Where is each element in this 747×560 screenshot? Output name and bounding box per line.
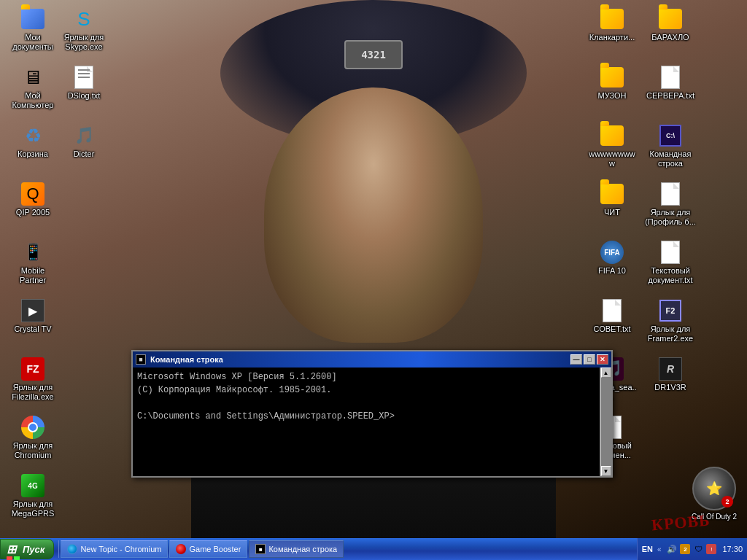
cmd-line1: Microsoft Windows XP [Версия 5.1.2600]	[137, 370, 595, 384]
cmd-window: ■ Командная строка — □ ✕ Microsoft Windo…	[131, 350, 613, 478]
desktop-icon-profil[interactable]: Ярлык для(Профиль б...	[645, 182, 696, 227]
cmd-restore-button[interactable]: □	[584, 354, 595, 365]
folder-icon-chit	[600, 182, 624, 206]
dicter-icon: 🎵	[72, 124, 96, 147]
cmd-text-area[interactable]: Microsoft Windows XP [Версия 5.1.2600] (…	[133, 368, 600, 476]
tray-icon-speaker[interactable]: 🔊	[667, 544, 677, 554]
scroll-up-arrow[interactable]: ▲	[601, 368, 611, 378]
folder-icon-klankarti	[600, 7, 624, 31]
document-icon	[72, 66, 96, 89]
tray-icon-antivirus[interactable]: 🛡	[693, 544, 703, 554]
desktop: Моидокументы S Ярлык дляSkype.exe 🖥 МойК…	[0, 0, 747, 560]
document-icon-sovet	[600, 299, 624, 322]
chromium-icon	[21, 416, 44, 439]
tray-lang: EN	[642, 545, 653, 553]
dr1v3r-icon: R	[659, 357, 682, 381]
document-icon-textdoc	[659, 241, 682, 264]
taskbar-items: New Topic - Chromium Game Booster ■ Кома…	[61, 538, 636, 560]
filezilla-icon: FZ	[21, 357, 44, 381]
desktop-icon-servera[interactable]: СЕРВЕРА.txt	[645, 66, 696, 101]
cod2-icon: ⭐ 2	[692, 467, 736, 510]
desktop-icon-cmd-shortcut[interactable]: C:\ Команднаястрока	[645, 124, 696, 168]
scroll-track[interactable]	[601, 378, 611, 466]
start-button[interactable]: Пуск	[0, 539, 54, 559]
mobile-icon: 📱	[21, 241, 44, 264]
taskbar-item-chromium-label: New Topic - Chromium	[80, 545, 161, 553]
framer2-icon: F2	[659, 299, 682, 322]
chromium-taskbar-icon	[67, 544, 77, 554]
blood-overlay: КРОВЬ	[651, 511, 711, 535]
desktop-icon-my-docs[interactable]: Моидокументы	[7, 7, 58, 52]
desktop-icon-dicter[interactable]: 🎵 Dicter	[58, 124, 109, 159]
start-label: Пуск	[23, 544, 44, 555]
desktop-icon-my-computer[interactable]: 🖥 МойКомпьютер	[7, 66, 58, 110]
tray-arrows: «	[657, 545, 662, 553]
taskbar-item-gamebooster[interactable]: Game Booster	[169, 540, 247, 558]
desktop-icon-megagprs[interactable]: 4G Ярлык дляMegaGPRS	[7, 474, 58, 518]
megagprs-icon: 4G	[21, 474, 44, 497]
document-icon-servera	[659, 66, 682, 89]
cmd-scrollbar[interactable]: ▲ ▼	[600, 368, 611, 476]
desktop-icon-recycle[interactable]: ♻ Корзина	[7, 124, 58, 159]
desktop-icon-sovet[interactable]: СОВЕТ.txt	[587, 299, 638, 334]
cmd-line2: (С) Корпорация Майкрософт. 1985-2001.	[137, 384, 595, 397]
taskbar-item-cmd[interactable]: ■ Командная строка	[249, 540, 344, 558]
cmd-line3	[137, 397, 595, 410]
desktop-icon-crystal-tv[interactable]: ▶ Crystal TV	[7, 299, 58, 334]
taskbar-separator	[58, 540, 59, 558]
desktop-icon-wwwww[interactable]: wwwwwwwww	[587, 124, 638, 168]
cmd-title-text: Командная строка	[150, 355, 223, 364]
folder-icon-wwwww	[600, 124, 624, 147]
desktop-icon-qip[interactable]: Q QIP 2005	[7, 182, 58, 217]
folder-icon-baraxlo	[659, 7, 682, 31]
desktop-icon-chit[interactable]: ЧИТ	[587, 182, 638, 217]
desktop-icon-filezilla[interactable]: FZ Ярлык дляFilezilla.exe	[7, 357, 58, 402]
cmd-line4: C:\Documents and Settings\Администратор.…	[137, 410, 595, 423]
taskbar-item-cmd-label: Командная строка	[268, 545, 337, 553]
svg-rect-1	[14, 556, 20, 560]
fifa-icon: FIFA	[600, 241, 624, 264]
cmd-titlebar[interactable]: ■ Командная строка — □ ✕	[133, 351, 611, 368]
taskbar-item-chromium[interactable]: New Topic - Chromium	[61, 540, 168, 558]
tray-icon-network[interactable]: 2	[680, 544, 690, 554]
cmd-minimize-button[interactable]: —	[570, 354, 582, 365]
computer-icon: 🖥	[21, 66, 44, 89]
tray-icon-taskbar-extra[interactable]: !	[706, 544, 716, 554]
document-icon-profil	[659, 182, 682, 206]
taskbar-item-gamebooster-label: Game Booster	[189, 545, 241, 553]
cmd-taskbar-icon: ■	[255, 544, 266, 554]
windows-logo	[7, 542, 20, 556]
cmd-close-button[interactable]: ✕	[597, 354, 608, 365]
svg-rect-0	[7, 556, 12, 560]
desktop-icon-klankarti[interactable]: Кланкарти...	[587, 7, 638, 42]
desktop-icon-dr1v3r[interactable]: R DR1V3R	[645, 357, 696, 392]
scroll-down-arrow[interactable]: ▼	[601, 466, 611, 476]
cmd-icon: C:\	[659, 124, 682, 147]
recycle-icon: ♻	[21, 124, 44, 147]
qip-icon: Q	[21, 182, 44, 206]
folder-icon	[21, 7, 44, 31]
crystaltv-icon: ▶	[21, 299, 44, 322]
taskbar: Пуск New Topic - Chromium Game Booster ■…	[0, 538, 747, 560]
skype-icon: S	[72, 7, 96, 31]
cmd-title-icon: ■	[136, 354, 146, 365]
gamebooster-taskbar-icon	[176, 544, 186, 554]
desktop-icon-framer2[interactable]: F2 Ярлык дляFramer2.exe	[645, 299, 696, 343]
desktop-icon-skype[interactable]: S Ярлык дляSkype.exe	[58, 7, 109, 52]
desktop-icon-mobile-partner[interactable]: 📱 Mobile Partner	[7, 241, 58, 285]
tray-clock: 17:30	[722, 545, 743, 553]
desktop-icon-dslog[interactable]: DSlog.txt	[58, 66, 109, 101]
desktop-icon-chromium[interactable]: Ярлык дляChromium	[7, 416, 58, 460]
system-tray: EN « 🔊 2 🛡 ! 17:30	[637, 538, 747, 560]
desktop-icon-textdoc-exe[interactable]: Текстовыйдокумент.txt	[645, 241, 696, 285]
desktop-icon-muzon[interactable]: МУЗОН	[587, 66, 638, 101]
desktop-icon-baraxlo[interactable]: БАРАХЛО	[645, 7, 696, 42]
desktop-icon-fifa10[interactable]: FIFA FIFA 10	[587, 241, 638, 276]
folder-icon-muzon	[600, 66, 624, 89]
